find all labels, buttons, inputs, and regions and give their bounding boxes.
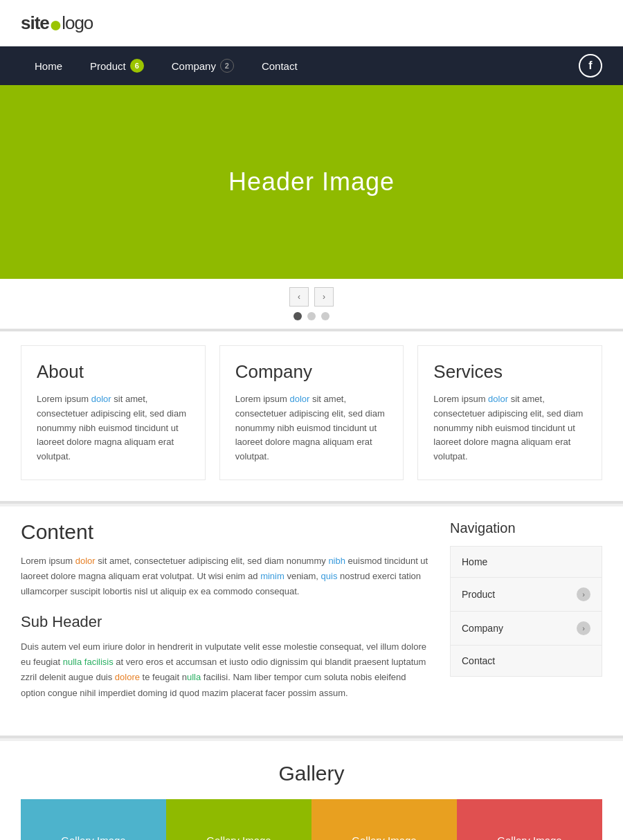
sidebar-arrow-company: › (577, 621, 590, 635)
sidebar-title: Navigation (450, 520, 602, 536)
gallery-grid: Gallery Image Gallery Image Gallery Imag… (21, 799, 602, 840)
sub-header: Sub Header (21, 613, 429, 631)
logo: site●logo (21, 12, 93, 34)
content-text: Lorem ipsum dolor sit amet, consectetuer… (21, 554, 429, 599)
nav-item-contact[interactable]: Contact (248, 46, 312, 85)
gallery-label-1: Gallery Image (61, 834, 125, 840)
content-section: Content Lorem ipsum dolor sit amet, cons… (0, 506, 623, 736)
facebook-icon[interactable]: f (579, 54, 602, 77)
nav-label-company: Company (172, 60, 216, 72)
gallery-label-4: Gallery Image (497, 834, 561, 840)
gallery-item-2[interactable]: Gallery Image (166, 799, 312, 840)
sidebar-nav-company[interactable]: Company › (451, 612, 602, 646)
nav-label-product: Product (90, 60, 126, 72)
site-header: site●logo (0, 0, 623, 46)
content-title: Content (21, 520, 429, 544)
nav-badge-company: 2 (220, 59, 234, 73)
sidebar-nav-label-home: Home (462, 556, 487, 567)
section-gap-2 (0, 501, 623, 504)
main-content: Content Lorem ipsum dolor sit amet, cons… (21, 520, 429, 715)
logo-dot: ● (49, 12, 62, 37)
card-text-services: Lorem ipsum dolor sit amet, consectetuer… (433, 392, 586, 464)
sidebar: Navigation Home Product › Company › Cont… (450, 520, 602, 715)
slider-dots (294, 312, 329, 320)
slider-prev[interactable]: ‹ (289, 287, 309, 307)
gallery-item-3[interactable]: Gallery Image (312, 799, 457, 840)
gallery-label-2: Gallery Image (206, 834, 271, 840)
sidebar-nav-product[interactable]: Product › (451, 578, 602, 612)
section-gap-3 (0, 736, 623, 738)
card-title-about: About (37, 361, 190, 383)
slider-controls: ‹ › (0, 279, 623, 329)
nav-items: Home Product 6 Company 2 Contact (21, 46, 579, 85)
nav-badge-product: 6 (130, 59, 144, 73)
card-text-about: Lorem ipsum dolor sit amet, consectetuer… (37, 392, 190, 464)
nav-item-company[interactable]: Company 2 (158, 46, 248, 85)
slider-dot-3[interactable] (321, 312, 329, 320)
slider-arrows: ‹ › (289, 287, 334, 307)
card-title-company: Company (235, 361, 388, 383)
nav-label-home: Home (35, 60, 62, 72)
card-title-services: Services (433, 361, 586, 383)
gallery-item-4[interactable]: Gallery Image (457, 799, 602, 840)
sidebar-nav-label-company: Company (462, 623, 503, 634)
card-services: Services Lorem ipsum dolor sit amet, con… (417, 345, 602, 480)
gallery-label-3: Gallery Image (352, 834, 416, 840)
sidebar-nav-label-product: Product (462, 589, 495, 600)
gallery-section: Gallery Gallery Image Gallery Image Gall… (0, 741, 623, 840)
gallery-title: Gallery (21, 762, 602, 785)
sidebar-nav-home[interactable]: Home (451, 547, 602, 578)
sub-content-text: Duis autem vel eum iriure dolor in hendr… (21, 639, 429, 700)
slider-next[interactable]: › (314, 287, 334, 307)
nav-label-contact: Contact (262, 60, 298, 72)
hero-text: Header Image (228, 167, 395, 197)
slider-dot-2[interactable] (307, 312, 316, 320)
gallery-item-1[interactable]: Gallery Image (21, 799, 166, 840)
page-wrapper: site●logo Home Product 6 Company 2 Conta… (0, 0, 623, 840)
sidebar-nav-label-contact: Contact (462, 655, 495, 666)
sidebar-nav-contact[interactable]: Contact (451, 646, 602, 676)
logo-site: site (21, 12, 49, 33)
card-about: About Lorem ipsum dolor sit amet, consec… (21, 345, 206, 480)
cards-section: About Lorem ipsum dolor sit amet, consec… (0, 331, 623, 501)
main-nav: Home Product 6 Company 2 Contact f (0, 46, 623, 85)
nav-item-home[interactable]: Home (21, 46, 76, 85)
logo-name: logo (62, 12, 93, 33)
sidebar-arrow-product: › (577, 587, 590, 601)
slider-dot-1[interactable] (294, 312, 302, 320)
sidebar-nav: Home Product › Company › Contact (450, 546, 602, 677)
card-text-company: Lorem ipsum dolor sit amet, consectetuer… (235, 392, 388, 464)
hero-banner: Header Image (0, 85, 623, 279)
nav-social: f (579, 54, 602, 77)
card-company: Company Lorem ipsum dolor sit amet, cons… (219, 345, 404, 480)
nav-item-product[interactable]: Product 6 (76, 46, 158, 85)
